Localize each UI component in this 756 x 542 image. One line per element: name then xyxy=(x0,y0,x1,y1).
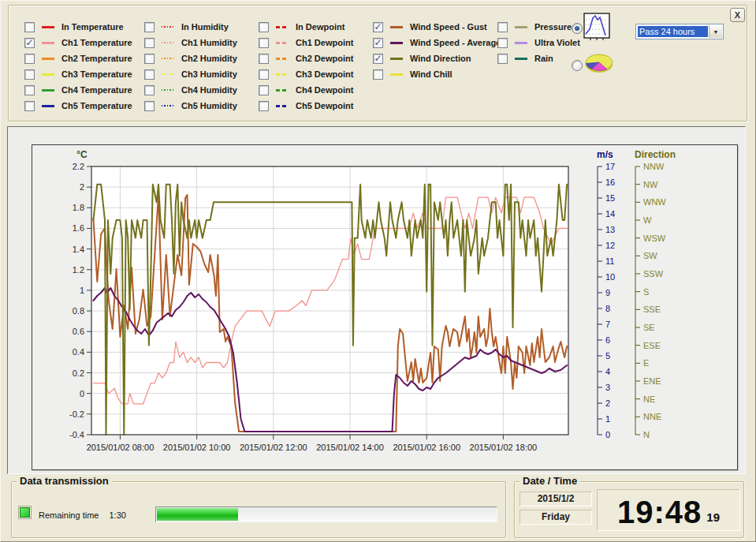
transmission-led-frame xyxy=(18,506,32,519)
svg-text:14: 14 xyxy=(605,209,615,219)
legend-label: Ch2 Dewpoint xyxy=(296,54,353,63)
svg-text:WNW: WNW xyxy=(643,197,666,207)
checkbox[interactable] xyxy=(24,85,35,95)
svg-text:NE: NE xyxy=(643,394,655,404)
legend-swatch xyxy=(42,42,54,44)
weather-station-app: { "window": {"close_button": "X"}, "top_… xyxy=(0,0,756,542)
checkbox[interactable] xyxy=(497,38,508,48)
svg-text:2: 2 xyxy=(80,182,84,192)
checkbox[interactable] xyxy=(144,85,155,95)
datetime-group: Date / Time 2015/1/2 Friday 19:48 19 xyxy=(514,481,744,538)
checkbox[interactable] xyxy=(144,22,155,32)
checkbox[interactable] xyxy=(259,101,269,111)
svg-text:3: 3 xyxy=(605,383,610,392)
svg-text:ESE: ESE xyxy=(643,341,661,350)
weekday-value: Friday xyxy=(520,510,592,525)
pie-chart-icon[interactable] xyxy=(583,50,615,80)
legend-swatch xyxy=(276,42,289,44)
legend-label: Wind Direction xyxy=(410,54,471,63)
legend-label: Ch5 Dewpoint xyxy=(296,101,353,110)
svg-text:NW: NW xyxy=(643,180,658,189)
line-chart-radio[interactable] xyxy=(572,23,583,34)
data-transmission-title: Data transmission xyxy=(17,475,112,487)
svg-text:9: 9 xyxy=(605,288,610,297)
legend-swatch xyxy=(162,58,174,59)
checkbox-checked[interactable]: ✓ xyxy=(373,54,383,64)
legend-item: Ch5 Temperature xyxy=(24,98,132,114)
legend-item: Ch5 Humidity xyxy=(144,98,237,114)
pie-chart-radio[interactable] xyxy=(572,60,583,71)
direction-axis: NNNENEENEEESESESSESSSWSWWSWWWNWNWNNWDire… xyxy=(635,149,676,439)
chart-box: -0.4-0.200.20.40.60.811.21.41.61.822.2°C… xyxy=(32,144,738,470)
clock-seconds: 19 xyxy=(706,510,720,524)
legend-label: Ch5 Temperature xyxy=(61,101,132,110)
legend-label: Ultra Violet xyxy=(534,38,580,47)
period-dropdown-value[interactable]: Pass 24 hours xyxy=(638,26,708,37)
svg-text:WSW: WSW xyxy=(643,234,666,243)
svg-text:SSE: SSE xyxy=(643,305,661,314)
legend-label: Ch3 Temperature xyxy=(61,69,132,79)
legend-item: Rain xyxy=(497,50,580,66)
legend-swatch xyxy=(162,89,174,91)
checkbox[interactable] xyxy=(373,69,383,80)
checkbox[interactable] xyxy=(144,54,155,64)
svg-text:16: 16 xyxy=(605,178,615,187)
legend-item: ✓Wind Direction xyxy=(373,50,501,66)
time-axis: 2015/01/02 08:002015/01/02 10:002015/01/… xyxy=(87,435,538,452)
checkbox-checked[interactable]: ✓ xyxy=(24,38,35,48)
legend-item: ✓Ch1 Temperature xyxy=(24,35,132,50)
checkbox[interactable] xyxy=(24,101,35,111)
svg-text:2015/01/02 08:00: 2015/01/02 08:00 xyxy=(87,443,155,452)
period-dropdown[interactable]: Pass 24 hours ▼ xyxy=(635,24,724,39)
datetime-title: Date / Time xyxy=(520,475,580,487)
legend-label: Pressure xyxy=(534,22,572,32)
checkbox-checked[interactable]: ✓ xyxy=(373,22,383,32)
legend-swatch xyxy=(42,89,54,92)
svg-text:W: W xyxy=(643,215,652,225)
checkbox[interactable] xyxy=(259,69,269,80)
svg-text:0.8: 0.8 xyxy=(73,306,84,316)
svg-text:17: 17 xyxy=(605,162,615,171)
svg-text:4: 4 xyxy=(605,367,610,376)
checkbox[interactable] xyxy=(259,38,269,48)
checkbox[interactable] xyxy=(259,22,269,32)
checkbox[interactable] xyxy=(497,22,508,32)
remaining-time-label: Remaining time xyxy=(39,510,99,520)
svg-text:2.2: 2.2 xyxy=(73,162,84,171)
close-button[interactable]: X xyxy=(730,8,745,22)
remaining-time-value: 1:30 xyxy=(109,510,125,520)
legend-swatch xyxy=(42,73,54,76)
checkbox[interactable] xyxy=(24,69,35,80)
checkbox-checked[interactable]: ✓ xyxy=(373,38,383,48)
clock-display: 19:48 19 xyxy=(597,489,740,531)
checkbox[interactable] xyxy=(144,38,155,48)
checkbox[interactable] xyxy=(259,85,269,95)
legend-swatch xyxy=(42,105,54,107)
checkbox[interactable] xyxy=(144,69,155,80)
svg-text:12: 12 xyxy=(605,241,615,250)
checkbox[interactable] xyxy=(259,54,269,64)
svg-text:0: 0 xyxy=(605,430,610,439)
checkbox[interactable] xyxy=(24,22,35,32)
legend-item: Ch3 Dewpoint xyxy=(259,66,353,82)
checkbox[interactable] xyxy=(24,54,35,64)
legend-item: Ch4 Humidity xyxy=(144,82,237,98)
legend-label: Ch2 Temperature xyxy=(61,54,132,63)
chevron-down-icon[interactable]: ▼ xyxy=(709,25,722,38)
legend-swatch xyxy=(390,73,403,76)
legend-swatch xyxy=(162,73,174,75)
checkbox[interactable] xyxy=(144,101,155,111)
svg-text:2015/01/02 14:00: 2015/01/02 14:00 xyxy=(316,443,384,452)
svg-text:15: 15 xyxy=(605,193,615,203)
legend-label: Rain xyxy=(534,54,553,63)
svg-text:2015/01/02 16:00: 2015/01/02 16:00 xyxy=(393,443,460,452)
legend-label: Ch1 Temperature xyxy=(61,38,132,47)
legend-item: In Temperature xyxy=(24,19,132,35)
line-chart-icon[interactable] xyxy=(583,13,611,44)
checkbox[interactable] xyxy=(497,54,508,64)
legend-swatch xyxy=(390,42,403,44)
legend-label: In Temperature xyxy=(61,22,124,32)
legend-item: Ch5 Dewpoint xyxy=(259,98,353,114)
legend-swatch xyxy=(276,26,289,28)
legend-item: In Dewpoint xyxy=(259,19,353,35)
